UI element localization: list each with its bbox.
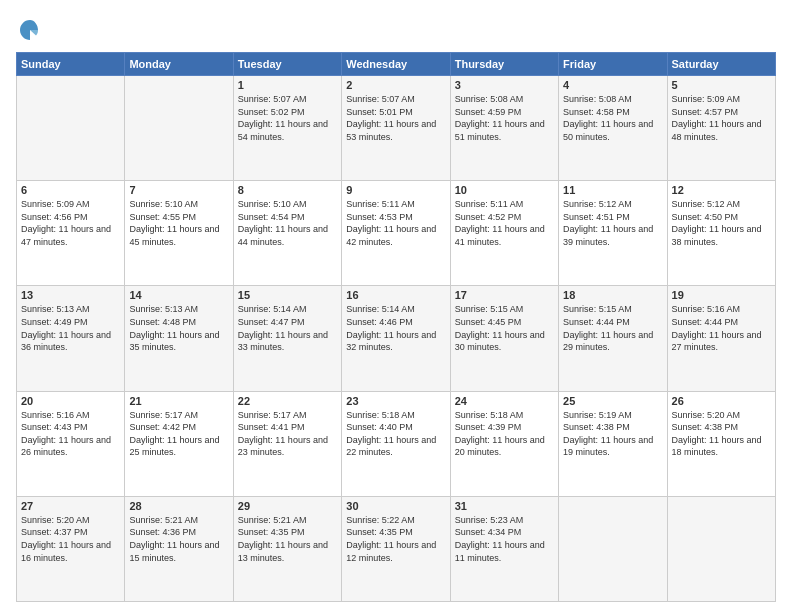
- day-info: Sunrise: 5:17 AM Sunset: 4:42 PM Dayligh…: [129, 409, 228, 459]
- day-number: 16: [346, 289, 445, 301]
- calendar-week-row: 13Sunrise: 5:13 AM Sunset: 4:49 PM Dayli…: [17, 286, 776, 391]
- day-info: Sunrise: 5:20 AM Sunset: 4:37 PM Dayligh…: [21, 514, 120, 564]
- calendar-cell: 24Sunrise: 5:18 AM Sunset: 4:39 PM Dayli…: [450, 391, 558, 496]
- page: SundayMondayTuesdayWednesdayThursdayFrid…: [0, 0, 792, 612]
- day-number: 21: [129, 395, 228, 407]
- calendar-cell: [559, 496, 667, 601]
- calendar-cell: 1Sunrise: 5:07 AM Sunset: 5:02 PM Daylig…: [233, 76, 341, 181]
- day-number: 7: [129, 184, 228, 196]
- day-number: 19: [672, 289, 771, 301]
- day-number: 2: [346, 79, 445, 91]
- calendar-cell: 29Sunrise: 5:21 AM Sunset: 4:35 PM Dayli…: [233, 496, 341, 601]
- day-number: 20: [21, 395, 120, 407]
- day-info: Sunrise: 5:10 AM Sunset: 4:55 PM Dayligh…: [129, 198, 228, 248]
- calendar-cell: 27Sunrise: 5:20 AM Sunset: 4:37 PM Dayli…: [17, 496, 125, 601]
- calendar-cell: 14Sunrise: 5:13 AM Sunset: 4:48 PM Dayli…: [125, 286, 233, 391]
- day-number: 28: [129, 500, 228, 512]
- day-info: Sunrise: 5:18 AM Sunset: 4:40 PM Dayligh…: [346, 409, 445, 459]
- day-number: 4: [563, 79, 662, 91]
- day-info: Sunrise: 5:11 AM Sunset: 4:52 PM Dayligh…: [455, 198, 554, 248]
- calendar-cell: 9Sunrise: 5:11 AM Sunset: 4:53 PM Daylig…: [342, 181, 450, 286]
- day-info: Sunrise: 5:08 AM Sunset: 4:58 PM Dayligh…: [563, 93, 662, 143]
- calendar-cell: 30Sunrise: 5:22 AM Sunset: 4:35 PM Dayli…: [342, 496, 450, 601]
- calendar-cell: 25Sunrise: 5:19 AM Sunset: 4:38 PM Dayli…: [559, 391, 667, 496]
- day-number: 23: [346, 395, 445, 407]
- day-header-monday: Monday: [125, 53, 233, 76]
- calendar-cell: 11Sunrise: 5:12 AM Sunset: 4:51 PM Dayli…: [559, 181, 667, 286]
- calendar-cell: 16Sunrise: 5:14 AM Sunset: 4:46 PM Dayli…: [342, 286, 450, 391]
- calendar-week-row: 1Sunrise: 5:07 AM Sunset: 5:02 PM Daylig…: [17, 76, 776, 181]
- day-info: Sunrise: 5:09 AM Sunset: 4:57 PM Dayligh…: [672, 93, 771, 143]
- calendar-cell: 20Sunrise: 5:16 AM Sunset: 4:43 PM Dayli…: [17, 391, 125, 496]
- day-info: Sunrise: 5:23 AM Sunset: 4:34 PM Dayligh…: [455, 514, 554, 564]
- header: [16, 16, 776, 44]
- day-info: Sunrise: 5:14 AM Sunset: 4:47 PM Dayligh…: [238, 303, 337, 353]
- calendar-cell: 23Sunrise: 5:18 AM Sunset: 4:40 PM Dayli…: [342, 391, 450, 496]
- day-info: Sunrise: 5:13 AM Sunset: 4:49 PM Dayligh…: [21, 303, 120, 353]
- calendar-cell: [17, 76, 125, 181]
- day-number: 10: [455, 184, 554, 196]
- day-info: Sunrise: 5:15 AM Sunset: 4:44 PM Dayligh…: [563, 303, 662, 353]
- calendar-cell: 18Sunrise: 5:15 AM Sunset: 4:44 PM Dayli…: [559, 286, 667, 391]
- day-number: 25: [563, 395, 662, 407]
- day-info: Sunrise: 5:14 AM Sunset: 4:46 PM Dayligh…: [346, 303, 445, 353]
- day-number: 8: [238, 184, 337, 196]
- day-number: 6: [21, 184, 120, 196]
- day-info: Sunrise: 5:20 AM Sunset: 4:38 PM Dayligh…: [672, 409, 771, 459]
- calendar-week-row: 6Sunrise: 5:09 AM Sunset: 4:56 PM Daylig…: [17, 181, 776, 286]
- calendar-cell: 22Sunrise: 5:17 AM Sunset: 4:41 PM Dayli…: [233, 391, 341, 496]
- calendar-week-row: 20Sunrise: 5:16 AM Sunset: 4:43 PM Dayli…: [17, 391, 776, 496]
- day-number: 15: [238, 289, 337, 301]
- day-info: Sunrise: 5:09 AM Sunset: 4:56 PM Dayligh…: [21, 198, 120, 248]
- day-header-wednesday: Wednesday: [342, 53, 450, 76]
- day-header-tuesday: Tuesday: [233, 53, 341, 76]
- calendar-cell: 4Sunrise: 5:08 AM Sunset: 4:58 PM Daylig…: [559, 76, 667, 181]
- calendar-cell: 21Sunrise: 5:17 AM Sunset: 4:42 PM Dayli…: [125, 391, 233, 496]
- day-info: Sunrise: 5:19 AM Sunset: 4:38 PM Dayligh…: [563, 409, 662, 459]
- calendar-cell: 12Sunrise: 5:12 AM Sunset: 4:50 PM Dayli…: [667, 181, 775, 286]
- day-number: 18: [563, 289, 662, 301]
- calendar-cell: 28Sunrise: 5:21 AM Sunset: 4:36 PM Dayli…: [125, 496, 233, 601]
- logo-icon: [16, 16, 44, 44]
- day-info: Sunrise: 5:21 AM Sunset: 4:36 PM Dayligh…: [129, 514, 228, 564]
- day-number: 26: [672, 395, 771, 407]
- day-number: 9: [346, 184, 445, 196]
- day-info: Sunrise: 5:18 AM Sunset: 4:39 PM Dayligh…: [455, 409, 554, 459]
- day-number: 13: [21, 289, 120, 301]
- calendar-cell: 2Sunrise: 5:07 AM Sunset: 5:01 PM Daylig…: [342, 76, 450, 181]
- day-header-thursday: Thursday: [450, 53, 558, 76]
- day-number: 29: [238, 500, 337, 512]
- day-info: Sunrise: 5:16 AM Sunset: 4:44 PM Dayligh…: [672, 303, 771, 353]
- logo: [16, 16, 46, 44]
- day-info: Sunrise: 5:12 AM Sunset: 4:50 PM Dayligh…: [672, 198, 771, 248]
- calendar-cell: 19Sunrise: 5:16 AM Sunset: 4:44 PM Dayli…: [667, 286, 775, 391]
- day-info: Sunrise: 5:07 AM Sunset: 5:01 PM Dayligh…: [346, 93, 445, 143]
- calendar-cell: 26Sunrise: 5:20 AM Sunset: 4:38 PM Dayli…: [667, 391, 775, 496]
- day-number: 12: [672, 184, 771, 196]
- day-header-saturday: Saturday: [667, 53, 775, 76]
- day-info: Sunrise: 5:15 AM Sunset: 4:45 PM Dayligh…: [455, 303, 554, 353]
- day-number: 31: [455, 500, 554, 512]
- calendar-header-row: SundayMondayTuesdayWednesdayThursdayFrid…: [17, 53, 776, 76]
- day-header-sunday: Sunday: [17, 53, 125, 76]
- day-number: 24: [455, 395, 554, 407]
- day-info: Sunrise: 5:22 AM Sunset: 4:35 PM Dayligh…: [346, 514, 445, 564]
- calendar-cell: 5Sunrise: 5:09 AM Sunset: 4:57 PM Daylig…: [667, 76, 775, 181]
- day-info: Sunrise: 5:10 AM Sunset: 4:54 PM Dayligh…: [238, 198, 337, 248]
- calendar-cell: 7Sunrise: 5:10 AM Sunset: 4:55 PM Daylig…: [125, 181, 233, 286]
- day-number: 1: [238, 79, 337, 91]
- day-info: Sunrise: 5:12 AM Sunset: 4:51 PM Dayligh…: [563, 198, 662, 248]
- calendar-cell: 8Sunrise: 5:10 AM Sunset: 4:54 PM Daylig…: [233, 181, 341, 286]
- calendar-table: SundayMondayTuesdayWednesdayThursdayFrid…: [16, 52, 776, 602]
- calendar-cell: [125, 76, 233, 181]
- day-info: Sunrise: 5:11 AM Sunset: 4:53 PM Dayligh…: [346, 198, 445, 248]
- calendar-cell: [667, 496, 775, 601]
- calendar-cell: 17Sunrise: 5:15 AM Sunset: 4:45 PM Dayli…: [450, 286, 558, 391]
- day-number: 3: [455, 79, 554, 91]
- calendar-cell: 10Sunrise: 5:11 AM Sunset: 4:52 PM Dayli…: [450, 181, 558, 286]
- day-number: 30: [346, 500, 445, 512]
- day-number: 27: [21, 500, 120, 512]
- day-info: Sunrise: 5:07 AM Sunset: 5:02 PM Dayligh…: [238, 93, 337, 143]
- day-header-friday: Friday: [559, 53, 667, 76]
- day-number: 17: [455, 289, 554, 301]
